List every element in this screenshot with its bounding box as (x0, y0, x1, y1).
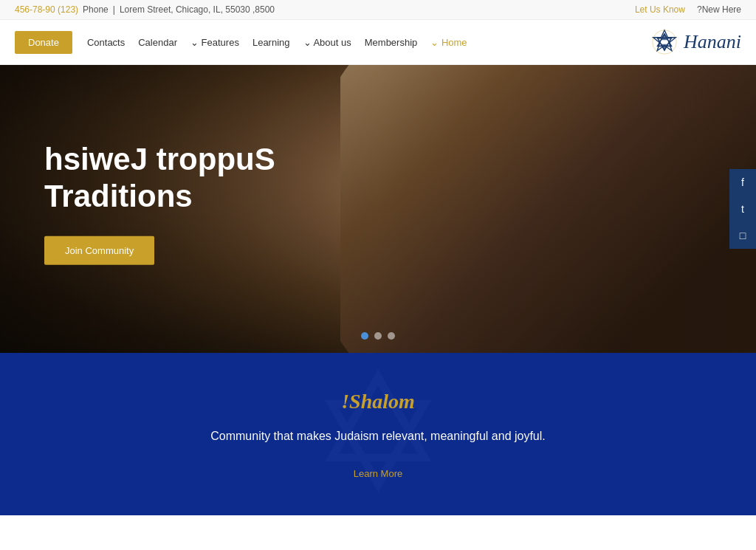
logo-icon (651, 29, 678, 55)
facebook-icon: f (741, 176, 744, 188)
twitter-icon: t (741, 203, 744, 215)
hero-title-line1: hsiweJ troppuS (44, 142, 275, 176)
donate-button[interactable]: Donate (15, 31, 72, 54)
slider-dot-3[interactable] (388, 332, 395, 340)
nav-aboutus[interactable]: ⌄ About us (303, 37, 351, 48)
phone-label: Phone (83, 4, 109, 15)
logo[interactable]: Hanani (651, 29, 741, 55)
nav-features[interactable]: ⌄ Features (190, 37, 239, 48)
nav-calendar[interactable]: Calendar (138, 37, 177, 48)
nav-home[interactable]: ⌄ Home (430, 37, 467, 48)
top-bar-contact: 456-78-90 (123) Phone | Lorem Street, Ch… (15, 4, 275, 15)
hero-title-line2: Traditions (44, 179, 193, 213)
instagram-button[interactable]: □ (729, 222, 756, 249)
hero-title: hsiweJ troppuS Traditions (44, 141, 275, 216)
join-community-button[interactable]: Join Community (44, 236, 154, 265)
phone-number: 456-78-90 (123) (15, 4, 78, 15)
nav-aboutus-dropdown[interactable]: ⌄ About us (303, 37, 351, 48)
nav-membership[interactable]: Membership (365, 37, 418, 48)
nav-links: Contacts Calendar ⌄ Features Learning ⌄ … (87, 37, 467, 48)
new-here-text: ?New Here (697, 4, 741, 15)
nav-home-dropdown[interactable]: ⌄ Home (430, 37, 467, 48)
instagram-icon: □ (740, 230, 746, 241)
slider-dot-1[interactable] (361, 332, 368, 340)
shalom-title: !Shalom (15, 390, 741, 413)
learn-more-link[interactable]: Learn More (354, 468, 402, 479)
let-us-know-link[interactable]: Let Us Know (635, 4, 685, 15)
twitter-button[interactable]: t (729, 196, 756, 222)
slider-dots (361, 332, 395, 340)
facebook-button[interactable]: f (729, 169, 756, 196)
main-nav: Donate Contacts Calendar ⌄ Features Lear… (0, 20, 756, 65)
nav-left: Donate Contacts Calendar ⌄ Features Lear… (15, 31, 467, 54)
hero-section: hsiweJ troppuS Traditions Join Community… (0, 65, 756, 353)
hero-content: hsiweJ troppuS Traditions Join Community (44, 141, 275, 265)
nav-features-dropdown[interactable]: ⌄ Features (190, 37, 239, 48)
slider-dot-2[interactable] (374, 332, 382, 340)
top-bar: 456-78-90 (123) Phone | Lorem Street, Ch… (0, 0, 756, 20)
shalom-subtitle: Community that makes Judaism relevant, m… (186, 427, 570, 446)
logo-text: Hanani (684, 31, 741, 53)
address: Lorem Street, Chicago, IL, 55030 ,8500 (120, 4, 275, 15)
nav-contacts[interactable]: Contacts (87, 37, 125, 48)
separator: | (113, 4, 115, 15)
nav-learning[interactable]: Learning (252, 37, 290, 48)
social-sidebar: f t □ (729, 169, 756, 249)
blue-section: ✡ !Shalom Community that makes Judaism r… (0, 353, 756, 515)
top-bar-actions: Let Us Know ?New Here (635, 4, 741, 15)
